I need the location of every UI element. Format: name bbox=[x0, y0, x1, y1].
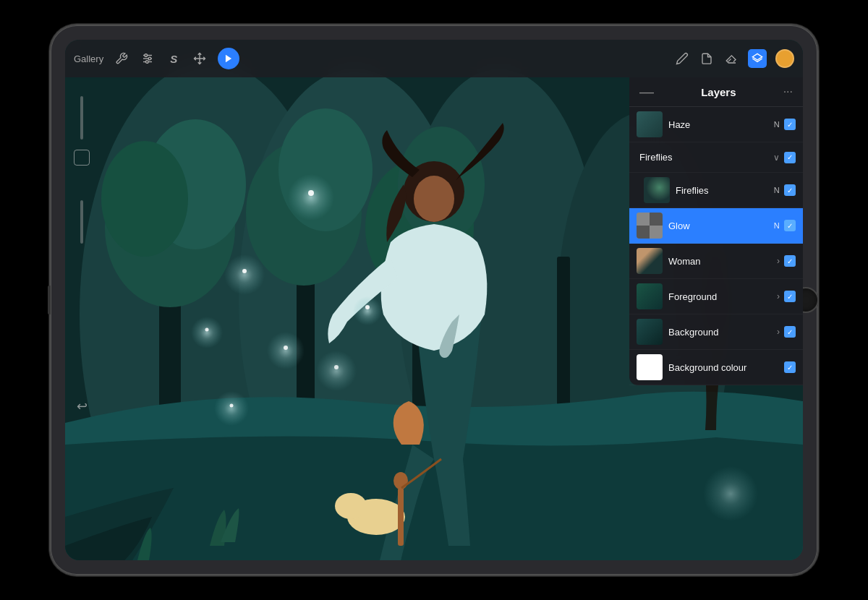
layer-name: Background bbox=[668, 327, 771, 338]
layer-thumbnail bbox=[637, 248, 663, 274]
layer-visibility-checkbox[interactable]: ✓ bbox=[784, 119, 796, 130]
layer-controls: N ✓ bbox=[774, 220, 796, 231]
layer-visibility-checkbox[interactable]: ✓ bbox=[784, 220, 796, 231]
svg-point-32 bbox=[308, 190, 314, 196]
layer-controls: › ✓ bbox=[777, 291, 796, 302]
layer-info: Background colour bbox=[668, 362, 778, 373]
layer-controls: N ✓ bbox=[774, 119, 796, 130]
layer-thumbnail bbox=[637, 354, 663, 380]
svg-point-21 bbox=[335, 493, 367, 519]
svg-point-34 bbox=[365, 305, 370, 309]
layer-thumbnail bbox=[637, 111, 663, 137]
layers-header: — Layers ··· bbox=[629, 77, 803, 107]
layer-controls: ∨ ✓ bbox=[773, 152, 796, 163]
color-swatch[interactable] bbox=[775, 49, 794, 68]
layer-name: Background colour bbox=[668, 362, 778, 373]
layer-row[interactable]: Background colour ✓ bbox=[629, 350, 803, 385]
layer-info: Haze bbox=[668, 119, 768, 130]
svg-point-19 bbox=[414, 176, 454, 222]
layer-thumbnail bbox=[637, 213, 663, 239]
layer-thumbnail bbox=[637, 283, 663, 309]
brush-opacity-control[interactable] bbox=[74, 150, 90, 166]
layer-info: Woman bbox=[668, 256, 771, 267]
svg-marker-46 bbox=[226, 55, 231, 63]
layer-thumbnail bbox=[637, 319, 663, 345]
layer-visibility-checkbox[interactable]: ✓ bbox=[784, 291, 796, 302]
svg-point-44 bbox=[148, 57, 151, 60]
opacity-slider[interactable] bbox=[80, 200, 83, 244]
layer-controls: N ✓ bbox=[774, 184, 796, 196]
layer-row[interactable]: Haze N ✓ bbox=[629, 107, 803, 142]
layer-visibility-checkbox[interactable]: ✓ bbox=[784, 326, 796, 338]
layer-visibility-checkbox[interactable]: ✓ bbox=[784, 361, 796, 373]
svg-point-27 bbox=[267, 332, 305, 369]
toolbar-right bbox=[674, 49, 794, 68]
layer-row-group[interactable]: Fireflies ∨ ✓ bbox=[629, 142, 803, 173]
layer-info: Foreground bbox=[668, 291, 771, 302]
layer-expand-chevron[interactable]: › bbox=[777, 291, 780, 301]
layer-mode-badge: N bbox=[774, 221, 780, 230]
layer-visibility-checkbox[interactable]: ✓ bbox=[784, 152, 796, 163]
svg-point-28 bbox=[316, 351, 357, 391]
layer-visibility-checkbox[interactable]: ✓ bbox=[784, 184, 796, 196]
svg-point-26 bbox=[191, 317, 223, 348]
layers-button[interactable] bbox=[748, 49, 767, 68]
svg-point-11 bbox=[101, 141, 188, 257]
layers-menu-button[interactable]: ··· bbox=[783, 85, 793, 98]
layer-name: Foreground bbox=[668, 291, 771, 302]
layer-expand-chevron[interactable]: › bbox=[777, 327, 780, 337]
svg-rect-22 bbox=[398, 488, 404, 546]
svg-point-29 bbox=[214, 391, 249, 426]
svg-point-33 bbox=[242, 269, 247, 273]
svg-point-24 bbox=[288, 174, 334, 220]
layer-name: Fireflies bbox=[639, 152, 673, 163]
wrench-icon[interactable] bbox=[114, 51, 129, 67]
undo-button[interactable]: ↩ bbox=[77, 398, 88, 414]
layers-panel: — Layers ··· Haze N ✓ Fireflies bbox=[629, 77, 803, 385]
layer-row[interactable]: Foreground › ✓ bbox=[629, 279, 803, 314]
svg-point-23 bbox=[393, 472, 408, 489]
tablet-frame: Gallery bbox=[51, 25, 817, 575]
layer-expand-chevron[interactable]: › bbox=[777, 256, 780, 266]
layer-mode-badge: N bbox=[774, 120, 780, 129]
layer-controls: › ✓ bbox=[777, 255, 796, 267]
layer-name: Glow bbox=[668, 220, 768, 231]
svg-point-43 bbox=[145, 54, 148, 57]
layer-info: Background bbox=[668, 327, 771, 338]
layers-add-button[interactable]: — bbox=[639, 85, 654, 99]
transform-icon[interactable] bbox=[192, 51, 208, 67]
layer-visibility-checkbox[interactable]: ✓ bbox=[784, 255, 796, 267]
layer-row[interactable]: Fireflies N ✓ bbox=[629, 173, 803, 208]
svg-point-45 bbox=[146, 61, 149, 64]
sidebar-left: ↩ bbox=[65, 77, 98, 560]
eraser-icon[interactable] bbox=[723, 51, 739, 67]
layer-row-active[interactable]: Glow N ✓ bbox=[629, 208, 803, 244]
layer-expand-chevron[interactable]: ∨ bbox=[773, 153, 780, 163]
layer-info: Glow bbox=[668, 220, 768, 231]
selection-icon[interactable]: S bbox=[166, 51, 182, 67]
svg-point-36 bbox=[284, 346, 288, 350]
layer-controls: › ✓ bbox=[777, 326, 796, 338]
brush-size-slider[interactable] bbox=[80, 96, 83, 140]
gallery-button[interactable]: Gallery bbox=[74, 53, 103, 64]
svg-point-31 bbox=[703, 466, 758, 521]
layer-thumbnail bbox=[644, 177, 670, 203]
smudge-icon[interactable] bbox=[699, 51, 715, 67]
svg-point-30 bbox=[353, 296, 382, 325]
layers-panel-title: Layers bbox=[654, 86, 783, 98]
svg-point-38 bbox=[230, 404, 234, 408]
layer-row[interactable]: Background › ✓ bbox=[629, 314, 803, 350]
pen-icon[interactable] bbox=[674, 51, 690, 67]
video-record-button[interactable] bbox=[218, 48, 239, 69]
svg-point-35 bbox=[205, 328, 209, 332]
layer-info: Fireflies bbox=[676, 185, 768, 196]
layer-name: Fireflies bbox=[676, 185, 768, 196]
adjust-icon[interactable] bbox=[140, 51, 156, 67]
layer-name: Woman bbox=[668, 256, 771, 267]
svg-point-37 bbox=[334, 365, 339, 369]
svg-point-25 bbox=[224, 254, 265, 295]
toolbar-top: Gallery bbox=[65, 40, 803, 77]
layer-row[interactable]: Woman › ✓ bbox=[629, 244, 803, 279]
side-button[interactable] bbox=[48, 286, 51, 314]
layer-mode-badge: N bbox=[774, 186, 780, 194]
